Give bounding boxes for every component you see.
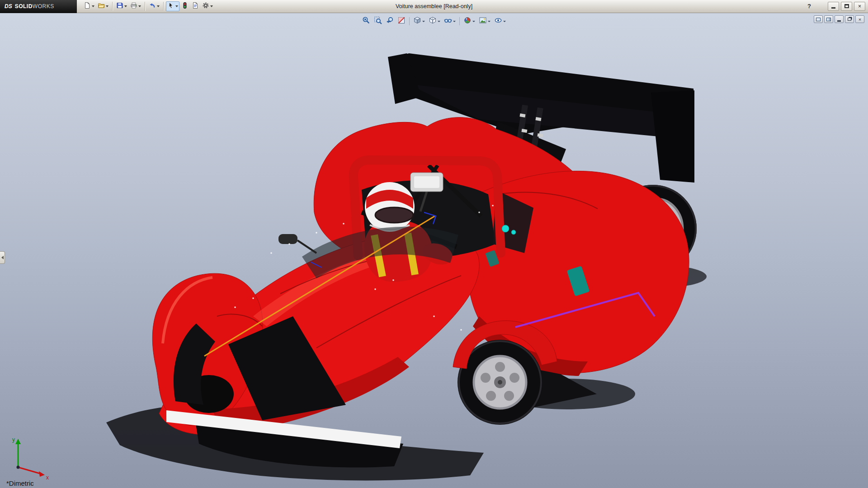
- previous-view-button[interactable]: [384, 16, 395, 27]
- pane-icon: [816, 18, 821, 21]
- rebuild-stoplight-icon: [181, 2, 189, 11]
- previous-view-icon: [386, 16, 394, 26]
- file-properties-icon: [192, 2, 199, 11]
- minimize-icon: [831, 7, 835, 9]
- toolbar-separator: [409, 17, 410, 25]
- document-window-controls: ×: [814, 15, 864, 23]
- open-button[interactable]: [96, 1, 110, 11]
- chevron-down-icon[interactable]: [422, 21, 425, 22]
- chevron-down-icon[interactable]: [210, 5, 213, 7]
- title-bar: DS SOLIDWORKS: [0, 0, 868, 13]
- toolbar-separator: [145, 2, 145, 11]
- axis-y-label: y: [12, 436, 15, 443]
- car-model[interactable]: y x: [0, 13, 868, 488]
- save-button[interactable]: [115, 1, 128, 11]
- gear-icon: [202, 2, 209, 11]
- new-document-icon: [84, 2, 91, 11]
- chevron-down-icon[interactable]: [175, 5, 178, 7]
- zoom-to-area-button[interactable]: [373, 16, 383, 27]
- doc-minimize-button[interactable]: [835, 15, 844, 23]
- split-pane-icon: [826, 18, 831, 21]
- scene-picture-icon: [479, 16, 487, 26]
- chevron-down-icon[interactable]: [92, 5, 94, 7]
- rebuild-button[interactable]: [180, 1, 190, 11]
- help-button[interactable]: ?: [804, 1, 814, 11]
- feature-panel-collapse-tab[interactable]: [0, 251, 5, 264]
- select-button[interactable]: [166, 1, 179, 11]
- maximize-button[interactable]: [841, 2, 852, 11]
- doc-close-button[interactable]: ×: [855, 15, 864, 23]
- appearance-sphere-icon: [463, 16, 472, 26]
- maximize-icon: [844, 4, 849, 8]
- graphics-viewport[interactable]: y x: [0, 13, 868, 488]
- glasses-icon: [444, 16, 452, 26]
- solidworks-logo: DS SOLIDWORKS: [0, 0, 77, 13]
- view-orientation-label: *Dimetric: [6, 479, 34, 487]
- section-view-button[interactable]: [396, 16, 407, 27]
- toolbar-separator: [112, 2, 113, 11]
- window-title: Voiture assemblee [Read-only]: [396, 3, 472, 9]
- zoom-fit-icon: [362, 16, 370, 26]
- cursor-arrow-icon: [167, 2, 175, 11]
- chevron-down-icon[interactable]: [106, 5, 108, 7]
- undo-button[interactable]: [147, 1, 161, 11]
- chevron-down-icon[interactable]: [138, 5, 141, 7]
- toolbar-separator: [459, 17, 460, 25]
- toolbar-separator: [163, 2, 164, 11]
- view-cube-icon: [413, 16, 421, 26]
- heads-up-view-toolbar: [358, 15, 510, 28]
- restore-icon: [848, 18, 851, 21]
- axis-x-label: x: [46, 474, 49, 481]
- open-folder-icon: [98, 2, 105, 11]
- brand-text: SOLIDWORKS: [15, 3, 54, 9]
- ds-logo-icon: DS: [5, 3, 12, 9]
- minimize-icon: [837, 20, 841, 22]
- section-view-icon: [397, 16, 406, 26]
- chevron-left-icon: [1, 256, 4, 259]
- undo-arrow-icon: [149, 2, 156, 11]
- chevron-down-icon[interactable]: [488, 21, 491, 22]
- reference-triad: y x: [12, 436, 49, 481]
- main-toolbar: [82, 1, 214, 11]
- view-settings-button[interactable]: [493, 16, 507, 27]
- chevron-down-icon[interactable]: [438, 21, 440, 22]
- doc-restore-button[interactable]: [845, 15, 854, 23]
- edit-appearance-button[interactable]: [462, 16, 476, 27]
- hide-show-items-button[interactable]: [443, 16, 457, 27]
- print-button[interactable]: [129, 1, 142, 11]
- apply-scene-button[interactable]: [477, 16, 492, 27]
- display-style-icon: [429, 16, 437, 26]
- zoom-to-fit-button[interactable]: [361, 16, 372, 27]
- new-button[interactable]: [82, 1, 96, 11]
- chevron-down-icon[interactable]: [472, 21, 475, 22]
- chevron-down-icon[interactable]: [124, 5, 127, 7]
- chevron-down-icon[interactable]: [453, 21, 456, 22]
- file-properties-button[interactable]: [190, 1, 200, 11]
- chevron-down-icon[interactable]: [503, 21, 506, 22]
- save-floppy-icon: [116, 2, 123, 11]
- printer-icon: [130, 2, 137, 11]
- display-pane-button[interactable]: [814, 15, 823, 23]
- split-pane-button[interactable]: [824, 15, 833, 23]
- display-style-button[interactable]: [427, 16, 442, 27]
- zoom-area-icon: [374, 16, 382, 26]
- options-button[interactable]: [201, 1, 214, 11]
- view-orientation-button[interactable]: [412, 16, 426, 27]
- window-controls: ? ×: [804, 1, 865, 11]
- minimize-button[interactable]: [828, 2, 839, 11]
- eye-icon: [494, 16, 502, 26]
- close-button[interactable]: ×: [854, 2, 865, 11]
- chevron-down-icon[interactable]: [157, 5, 160, 7]
